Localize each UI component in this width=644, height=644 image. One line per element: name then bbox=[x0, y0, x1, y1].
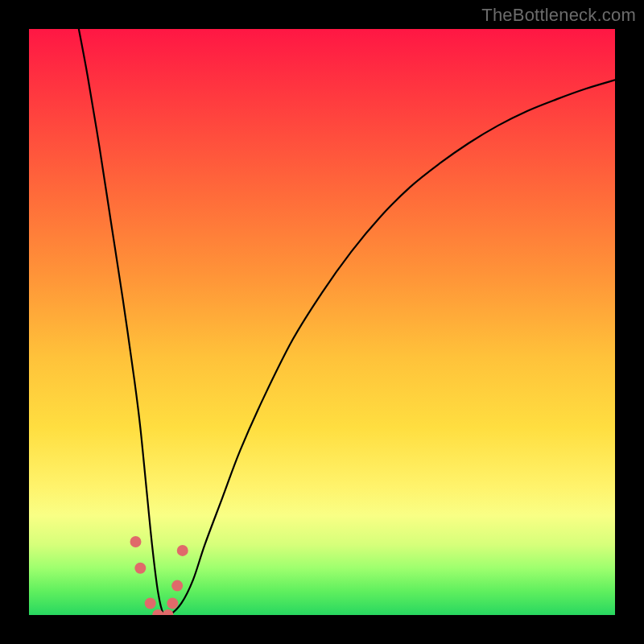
highlight-point bbox=[145, 597, 156, 609]
highlight-point bbox=[167, 597, 178, 609]
chart-svg bbox=[29, 29, 615, 615]
highlight-point bbox=[163, 609, 174, 615]
highlight-markers bbox=[130, 536, 188, 615]
bottleneck-curve bbox=[79, 29, 615, 615]
highlight-point bbox=[134, 563, 146, 574]
chart-frame: TheBottleneck.com bbox=[0, 0, 644, 644]
watermark-text: TheBottleneck.com bbox=[481, 5, 636, 26]
highlight-point bbox=[177, 545, 188, 556]
highlight-point bbox=[130, 536, 142, 547]
plot-area bbox=[29, 29, 615, 615]
highlight-point bbox=[171, 580, 183, 592]
